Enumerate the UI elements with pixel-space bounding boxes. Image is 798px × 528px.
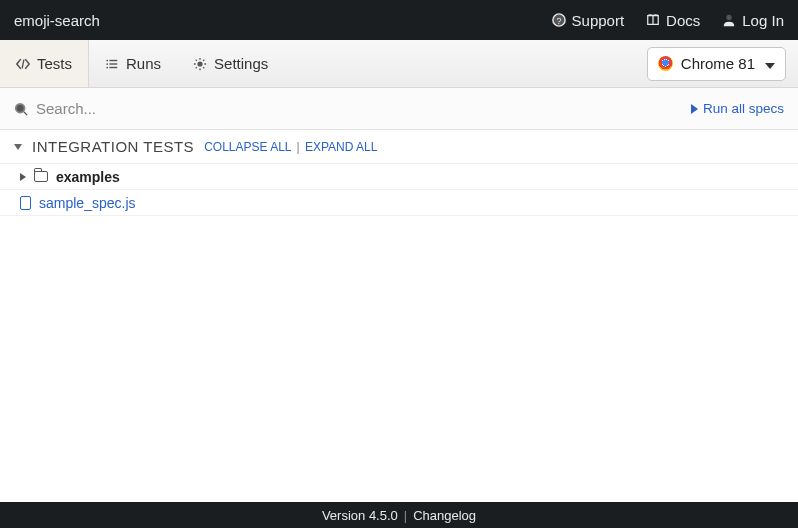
project-name: emoji-search — [14, 12, 100, 29]
file-label: sample_spec.js — [39, 195, 136, 211]
svg-line-12 — [24, 111, 28, 115]
chevron-right-icon — [20, 173, 26, 181]
run-all-specs[interactable]: Run all specs — [691, 101, 784, 116]
app-header: emoji-search ? Support Docs Log In — [0, 0, 798, 40]
expand-all[interactable]: EXPAND ALL — [305, 140, 377, 154]
search-input[interactable] — [36, 100, 336, 117]
collapse-all[interactable]: COLLAPSE ALL — [204, 140, 291, 154]
chrome-icon — [658, 56, 673, 71]
tab-settings[interactable]: Settings — [177, 40, 284, 87]
svg-text:?: ? — [556, 16, 561, 26]
login-link[interactable]: Log In — [722, 12, 784, 29]
play-icon — [691, 104, 698, 114]
tab-tests[interactable]: Tests — [0, 40, 89, 87]
chevron-down-icon — [14, 144, 22, 150]
help-icon: ? — [552, 13, 566, 27]
support-label: Support — [572, 12, 625, 29]
login-label: Log In — [742, 12, 784, 29]
svg-point-9 — [106, 66, 108, 68]
svg-point-7 — [106, 59, 108, 61]
empty-area — [0, 216, 798, 502]
integration-tests-header[interactable]: INTEGRATION TESTS COLLAPSE ALL | EXPAND … — [0, 130, 798, 164]
browser-select[interactable]: Chrome 81 — [647, 47, 786, 81]
tab-runs[interactable]: line{stroke:#555;stroke-width:1.6}circle… — [89, 40, 177, 87]
section-title: INTEGRATION TESTS — [32, 138, 194, 155]
section-actions: COLLAPSE ALL | EXPAND ALL — [204, 140, 377, 154]
svg-line-3 — [22, 59, 24, 68]
tabs: Tests line{stroke:#555;stroke-width:1.6}… — [0, 40, 284, 87]
gear-icon — [193, 57, 207, 71]
file-icon — [20, 196, 31, 210]
folder-examples[interactable]: examples — [0, 164, 798, 190]
header-links: ? Support Docs Log In — [552, 12, 784, 29]
footer: Version 4.5.0 | Changelog — [0, 502, 798, 528]
svg-point-2 — [727, 15, 732, 20]
tab-bar: Tests line{stroke:#555;stroke-width:1.6}… — [0, 40, 798, 88]
search-row: Run all specs — [0, 88, 798, 130]
browser-label: Chrome 81 — [681, 55, 755, 72]
folder-icon — [34, 171, 48, 182]
user-icon — [722, 13, 736, 27]
docs-link[interactable]: Docs — [646, 12, 700, 29]
support-link[interactable]: ? Support — [552, 12, 625, 29]
svg-point-11 — [16, 103, 25, 112]
svg-point-10 — [198, 62, 202, 66]
changelog-link[interactable]: Changelog — [413, 508, 476, 523]
tab-tests-label: Tests — [37, 55, 72, 72]
run-all-label: Run all specs — [703, 101, 784, 116]
tab-settings-label: Settings — [214, 55, 268, 72]
tab-runs-label: Runs — [126, 55, 161, 72]
folder-label: examples — [56, 169, 120, 185]
code-icon — [16, 57, 30, 71]
version-text: Version 4.5.0 — [322, 508, 398, 523]
file-sample-spec[interactable]: sample_spec.js — [0, 190, 798, 216]
docs-icon — [646, 13, 660, 27]
spec-tree: examples sample_spec.js — [0, 164, 798, 216]
search-icon — [14, 102, 28, 116]
list-icon: line{stroke:#555;stroke-width:1.6}circle… — [105, 57, 119, 71]
chevron-down-icon — [763, 55, 775, 72]
docs-label: Docs — [666, 12, 700, 29]
svg-point-8 — [106, 63, 108, 65]
